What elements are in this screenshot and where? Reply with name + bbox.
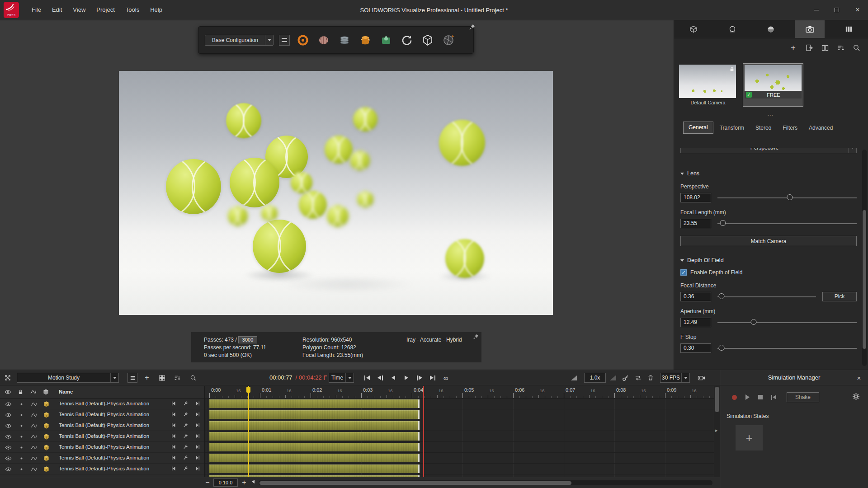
material-drop-icon[interactable]: [378, 33, 394, 48]
timeline-ruler[interactable]: 0:00160:01160:02160:03160:04160:05160:06…: [205, 386, 714, 399]
track-row[interactable]: Tennis Ball (Default)-Physics Animation: [0, 399, 204, 409]
enable-dof-checkbox[interactable]: ✓: [680, 269, 687, 276]
passes-target-input[interactable]: 3000: [238, 336, 257, 343]
delete-keys-icon[interactable]: [646, 373, 656, 383]
track-row[interactable]: Tennis Ball (Default)-Physics Animation: [0, 453, 204, 464]
lock-state-icon[interactable]: [18, 444, 25, 451]
focal-distance-slider[interactable]: [717, 292, 816, 301]
camera-keyframe-icon[interactable]: [696, 373, 706, 383]
render-quality-icon[interactable]: [295, 33, 311, 48]
render-image[interactable]: [119, 71, 553, 315]
animation-bar[interactable]: [209, 410, 420, 419]
visibility-icon[interactable]: [5, 455, 12, 462]
next-keyframe-icon[interactable]: [194, 455, 201, 463]
animation-bar[interactable]: [209, 399, 420, 408]
object-cube-icon[interactable]: [42, 444, 50, 451]
tab-general[interactable]: General: [683, 122, 713, 134]
track-bar-row[interactable]: [205, 420, 714, 431]
zoom-out-icon[interactable]: −: [204, 479, 211, 487]
menu-tools[interactable]: Tools: [120, 0, 145, 20]
close-icon[interactable]: ×: [854, 373, 863, 382]
camera-aperture-icon[interactable]: [441, 33, 456, 48]
turntable-icon[interactable]: [399, 33, 415, 48]
lock-column-icon[interactable]: [18, 389, 24, 397]
physics-settings-icon[interactable]: [183, 455, 189, 463]
zoom-in-icon[interactable]: +: [241, 479, 247, 487]
next-keyframe-icon[interactable]: [194, 411, 201, 419]
menu-view[interactable]: View: [67, 0, 91, 20]
object-cube-icon[interactable]: [42, 455, 50, 462]
slider-handle[interactable]: [718, 293, 724, 299]
track-row[interactable]: Tennis Ball (Default)-Physics Animation: [0, 431, 204, 442]
play-button[interactable]: [401, 373, 412, 383]
playback-ramp-icon[interactable]: [569, 373, 579, 383]
physics-settings-icon[interactable]: [183, 433, 189, 441]
timeline-horizontal-scrollbar[interactable]: [259, 480, 712, 485]
export-camera-icon[interactable]: [803, 42, 815, 54]
expand-panel-icon[interactable]: [3, 373, 13, 383]
denoiser-brain-icon[interactable]: [316, 33, 331, 48]
prev-keyframe-icon[interactable]: [170, 455, 177, 463]
search-icon[interactable]: [850, 42, 863, 54]
slider-handle[interactable]: [719, 345, 725, 351]
object-column-icon[interactable]: [42, 389, 49, 397]
menu-project[interactable]: Project: [91, 0, 120, 20]
motion-study-dropdown[interactable]: Motion Study: [17, 373, 119, 383]
visibility-icon[interactable]: [5, 465, 12, 473]
timeline-vertical-scrollbar[interactable]: ▸: [714, 386, 720, 477]
add-simulation-state-button[interactable]: +: [736, 425, 763, 450]
track-row[interactable]: Tennis Ball (Default)-Physics Animation: [0, 442, 204, 453]
animation-bar[interactable]: [209, 421, 420, 430]
focal-length-input[interactable]: 23.55: [680, 219, 711, 228]
object-cube-icon[interactable]: [42, 400, 50, 408]
scroll-left-icon[interactable]: [250, 480, 256, 483]
projection-dropdown[interactable]: Perspective: [680, 148, 857, 153]
prev-keyframe-icon[interactable]: [170, 444, 177, 452]
track-bar-row[interactable]: [205, 442, 714, 453]
dof-section-header[interactable]: Depth Of Field: [680, 257, 857, 263]
scrollbar-thumb[interactable]: [715, 387, 719, 412]
physics-settings-icon[interactable]: [183, 422, 189, 430]
track-row[interactable]: Tennis Ball (Default)-Physics Animation: [0, 464, 204, 474]
go-to-end-button[interactable]: [427, 373, 439, 383]
models-tab-icon[interactable]: [679, 20, 708, 38]
reset-simulation-icon[interactable]: [771, 395, 776, 400]
fast-render-layers-icon[interactable]: [337, 33, 352, 48]
tab-transform[interactable]: Transform: [715, 122, 749, 134]
curve-column-icon[interactable]: [30, 389, 37, 397]
key-icon[interactable]: [620, 373, 630, 383]
physics-settings-icon[interactable]: [183, 444, 189, 452]
texture-bucket-icon[interactable]: [358, 33, 373, 48]
next-keyframe-icon[interactable]: [194, 444, 201, 452]
stop-simulation-icon[interactable]: [758, 395, 763, 399]
tab-stereo[interactable]: Stereo: [750, 122, 776, 134]
track-row[interactable]: Tennis Ball (Default)-Physics Animation: [0, 420, 204, 431]
collapse-arrow-icon[interactable]: ▸: [715, 427, 718, 433]
panel-resize-handle[interactable]: ⋯: [674, 112, 868, 117]
next-keyframe-icon[interactable]: [194, 422, 201, 430]
menu-edit[interactable]: Edit: [47, 0, 67, 20]
duration-input[interactable]: 0:10.0: [213, 479, 238, 487]
add-keyframe-icon[interactable]: +: [142, 373, 152, 383]
physics-settings-icon[interactable]: [183, 465, 189, 474]
physics-settings-icon[interactable]: [183, 400, 189, 408]
viewport[interactable]: Base Configuration: [0, 20, 674, 370]
visibility-icon[interactable]: [5, 400, 12, 408]
prev-keyframe-icon[interactable]: [170, 433, 177, 441]
match-camera-button[interactable]: Match Camera: [680, 236, 857, 246]
playhead[interactable]: [248, 386, 249, 477]
speed-ramp-icon[interactable]: [608, 373, 618, 383]
configuration-list-icon[interactable]: [279, 35, 290, 46]
minimize-button[interactable]: [806, 0, 826, 20]
perspective-input[interactable]: 108.02: [680, 193, 711, 202]
maximize-button[interactable]: [826, 0, 847, 20]
environments-tab-icon[interactable]: [756, 20, 786, 38]
visibility-column-icon[interactable]: [5, 389, 11, 397]
chevron-down-icon[interactable]: [265, 35, 273, 45]
object-cube-icon[interactable]: [42, 422, 50, 429]
playback-speed-input[interactable]: 1.0x: [584, 373, 606, 383]
scrollbar-thumb[interactable]: [863, 210, 866, 349]
prev-keyframe-icon[interactable]: [170, 465, 177, 474]
sort-tracks-icon[interactable]: [172, 373, 182, 383]
animation-curve-icon[interactable]: [30, 422, 37, 429]
